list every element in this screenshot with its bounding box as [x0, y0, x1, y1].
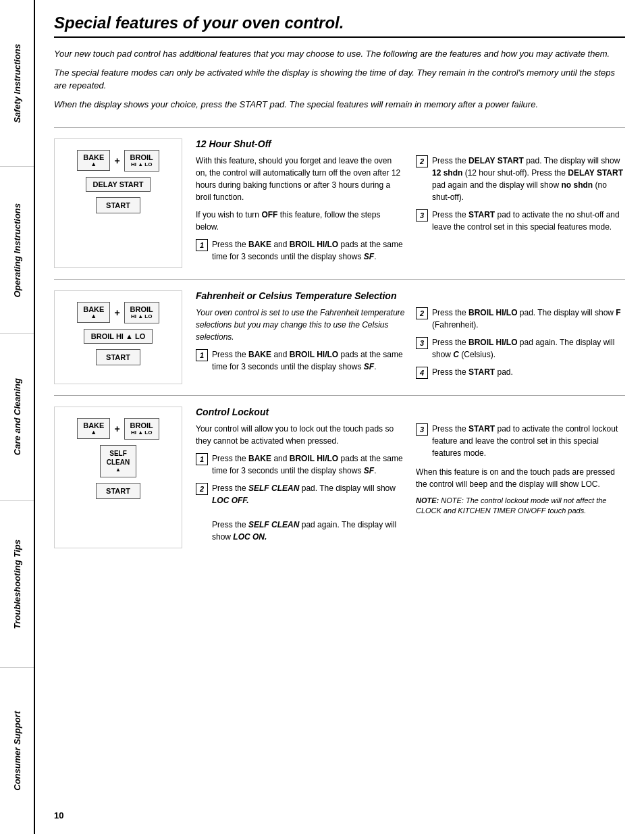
start-button-2: START	[96, 349, 140, 365]
step-num-1c: 3	[416, 209, 428, 221]
section3-desc: Your control will allow you to lock out …	[196, 423, 405, 447]
step-text-3b: Press the SELF CLEAN pad. The display wi…	[212, 482, 405, 543]
feature-content-lockout: Control Lockout Your control will allow …	[196, 407, 625, 548]
section-lockout: BAKE ▲ + BROIL HI ▲ LO SELF CLEAN ▲ STAR…	[54, 407, 625, 548]
delay-start-button: DELAY START	[86, 177, 151, 192]
diagram-row-1: BAKE ▲ + BROIL HI ▲ LO	[63, 150, 173, 172]
section2-desc: Your oven control is set to use the Fahr…	[196, 307, 405, 343]
section3-when-text: When this feature is on and the touch pa…	[416, 466, 625, 490]
plus-sign-2: +	[114, 307, 119, 318]
feature-right-fahrenheit: 2 Press the BROIL HI/LO pad. The display…	[416, 307, 625, 384]
feature-left-12-hour: With this feature, should you forget and…	[196, 155, 405, 268]
intro-paragraph-1: Your new touch pad control has additiona…	[54, 47, 625, 61]
divider-2	[54, 279, 625, 280]
divider-3	[54, 395, 625, 396]
step-num-3b: 2	[196, 483, 208, 495]
feature-body-12-hour: With this feature, should you forget and…	[196, 155, 625, 268]
section3-step3: 3 Press the START pad to activate the co…	[416, 423, 625, 459]
bake-button-2: BAKE ▲	[77, 302, 110, 323]
section3-step2: 2 Press the SELF CLEAN pad. The display …	[196, 482, 405, 543]
sidebar-section-care: Care and Cleaning	[0, 334, 34, 500]
section1-step1: 1 Press the BAKE and BROIL HI/LO pads at…	[196, 238, 405, 263]
start-button-3: START	[96, 483, 140, 499]
section-12-hour: BAKE ▲ + BROIL HI ▲ LO DELAY START START…	[54, 138, 625, 268]
step-num-2c: 3	[416, 337, 428, 349]
bake-button-1: BAKE ▲	[77, 150, 110, 171]
sidebar-label-operating: Operating Instructions	[12, 203, 22, 297]
feature-left-lockout: Your control will allow you to lock out …	[196, 423, 405, 548]
sidebar-label-safety: Safety Instructions	[12, 44, 22, 123]
sidebar-section-troubleshooting: Troubleshooting Tips	[0, 501, 34, 668]
diagram-l-row-3: START	[63, 483, 173, 499]
step-text-2d: Press the START pad.	[432, 366, 625, 378]
page-title: Special features of your oven control.	[54, 14, 625, 38]
diagram-fahrenheit: BAKE ▲ + BROIL HI ▲ LO BROIL HI ▲ LO STA…	[54, 290, 182, 384]
feature-left-fahrenheit: Your oven control is set to use the Fahr…	[196, 307, 405, 384]
intro-paragraph-3: When the display shows your choice, pres…	[54, 98, 625, 111]
bake-button-3: BAKE ▲	[77, 418, 110, 439]
sidebar-label-troubleshooting: Troubleshooting Tips	[12, 540, 22, 629]
section1-step2: 2 Press the DELAY START pad. The display…	[416, 155, 625, 203]
step-text-2b: Press the BROIL HI/LO pad. The display w…	[432, 307, 625, 331]
section1-off-text: If you wish to turn OFF this feature, fo…	[196, 209, 405, 233]
page-number: 10	[54, 797, 625, 820]
plus-sign-1: +	[114, 155, 119, 166]
feature-right-12-hour: 2 Press the DELAY START pad. The display…	[416, 155, 625, 268]
divider-1	[54, 127, 625, 128]
step-text-1a: Press the BAKE and BROIL HI/LO pads at t…	[212, 238, 405, 263]
broil-hi-lo-button: BROIL HI ▲ LO	[84, 329, 153, 344]
section2-step1: 1 Press the BAKE and BROIL HI/LO pads at…	[196, 348, 405, 373]
section-fahrenheit: BAKE ▲ + BROIL HI ▲ LO BROIL HI ▲ LO STA…	[54, 290, 625, 384]
step-text-3a: Press the BAKE and BROIL HI/LO pads at t…	[212, 452, 405, 477]
step-text-2c: Press the BROIL HI/LO pad again. The dis…	[432, 336, 625, 361]
step-num-2a: 1	[196, 349, 208, 361]
diagram-row-3: START	[63, 197, 173, 213]
step-text-1c: Press the START pad to activate the no s…	[432, 209, 625, 233]
section2-step3: 3 Press the BROIL HI/LO pad again. The d…	[416, 336, 625, 361]
section2-step2: 2 Press the BROIL HI/LO pad. The display…	[416, 307, 625, 331]
section1-step3: 3 Press the START pad to activate the no…	[416, 209, 625, 233]
intro-paragraph-2: The special feature modes can only be ac…	[54, 66, 625, 93]
feature-title-12-hour: 12 Hour Shut-Off	[196, 138, 625, 149]
feature-right-lockout: 3 Press the START pad to activate the co…	[416, 423, 625, 548]
broil-button-3: BROIL HI ▲ LO	[124, 418, 159, 440]
step-text-1b: Press the DELAY START pad. The display w…	[432, 155, 625, 203]
step-num-1a: 1	[196, 239, 208, 251]
feature-body-lockout: Your control will allow you to lock out …	[196, 423, 625, 548]
sidebar-label-consumer: Consumer Support	[12, 711, 22, 791]
diagram-row-2: DELAY START	[63, 177, 173, 192]
feature-content-12-hour: 12 Hour Shut-Off With this feature, shou…	[196, 138, 625, 268]
step-num-3c: 3	[416, 423, 428, 436]
sidebar-section-safety: Safety Instructions	[0, 0, 34, 167]
feature-title-lockout: Control Lockout	[196, 407, 625, 417]
section2-step4: 4 Press the START pad.	[416, 366, 625, 379]
diagram-f-row-3: START	[63, 349, 173, 365]
diagram-f-row-1: BAKE ▲ + BROIL HI ▲ LO	[63, 302, 173, 323]
plus-sign-3: +	[114, 423, 119, 434]
main-content: Special features of your oven control. Y…	[35, 0, 644, 834]
start-button-1: START	[96, 197, 140, 213]
sidebar-section-consumer: Consumer Support	[0, 668, 34, 834]
diagram-lockout: BAKE ▲ + BROIL HI ▲ LO SELF CLEAN ▲ STAR…	[54, 407, 182, 548]
feature-title-fahrenheit: Fahrenheit or Celsius Temperature Select…	[196, 290, 625, 301]
feature-body-fahrenheit: Your oven control is set to use the Fahr…	[196, 307, 625, 384]
step-text-2a: Press the BAKE and BROIL HI/LO pads at t…	[212, 348, 405, 373]
diagram-f-row-2: BROIL HI ▲ LO	[63, 329, 173, 344]
diagram-l-row-2: SELF CLEAN ▲	[63, 445, 173, 477]
section3-step1: 1 Press the BAKE and BROIL HI/LO pads at…	[196, 452, 405, 477]
step-num-2d: 4	[416, 367, 428, 379]
broil-button-1: BROIL HI ▲ LO	[124, 150, 159, 172]
sidebar-label-care: Care and Cleaning	[12, 378, 22, 455]
sidebar: Safety Instructions Operating Instructio…	[0, 0, 35, 834]
step-num-1b: 2	[416, 155, 428, 167]
broil-button-2: BROIL HI ▲ LO	[124, 302, 159, 323]
step-num-2b: 2	[416, 307, 428, 319]
section3-note: NOTE: NOTE: The control lockout mode wil…	[416, 496, 625, 517]
diagram-l-row-1: BAKE ▲ + BROIL HI ▲ LO	[63, 418, 173, 440]
feature-content-fahrenheit: Fahrenheit or Celsius Temperature Select…	[196, 290, 625, 384]
step-text-3c: Press the START pad to activate the cont…	[432, 423, 625, 459]
section1-desc: With this feature, should you forget and…	[196, 155, 405, 203]
sidebar-section-operating: Operating Instructions	[0, 167, 34, 334]
step-num-3a: 1	[196, 453, 208, 465]
self-clean-button: SELF CLEAN ▲	[100, 445, 136, 477]
